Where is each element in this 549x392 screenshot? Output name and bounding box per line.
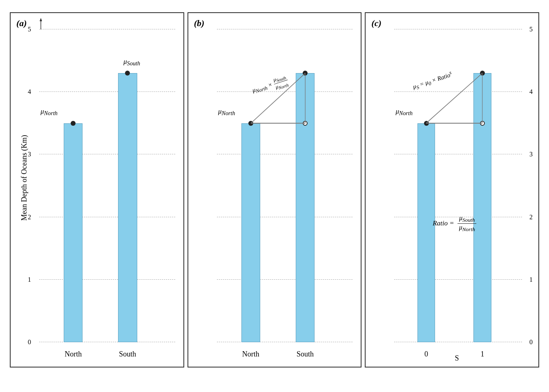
grid-c-0: 0 bbox=[394, 342, 522, 342]
panel-a: (a) Mean Depth of Oceans (Km) 0 1 2 3 4 … bbox=[10, 12, 184, 368]
grid-b-0 bbox=[217, 342, 353, 342]
xlabel-a-north: North bbox=[58, 350, 88, 359]
grid-5: 5 bbox=[39, 29, 175, 29]
grid-c-3: 3 bbox=[394, 154, 522, 154]
panel-b: (b) bbox=[187, 12, 362, 368]
dot-a-south bbox=[125, 71, 130, 76]
grid-3: 3 bbox=[39, 154, 175, 154]
bar-b-south bbox=[296, 73, 315, 342]
grid-c-1: 1 bbox=[394, 279, 522, 280]
y-axis-label: Mean Depth of Oceans (Km) bbox=[20, 135, 29, 220]
chart-area-c: 0 1 2 3 4 5 bbox=[394, 29, 522, 342]
bar-c-s1 bbox=[473, 73, 491, 342]
svg-marker-1 bbox=[40, 18, 42, 21]
chart-area-a: 0 1 2 3 4 5 μNorth μSouth North bbox=[39, 29, 175, 342]
dot-b-north bbox=[248, 121, 253, 126]
bar-b-north bbox=[241, 123, 261, 342]
grid-4: 4 bbox=[39, 91, 175, 92]
chart-area-b: μNorth μNorth × μSouthμNorth North South bbox=[217, 29, 353, 342]
annot-b-ratio: μNorth × μSouthμNorth bbox=[250, 73, 290, 98]
xlabel-b-south: South bbox=[290, 350, 320, 359]
grid-2: 2 bbox=[39, 217, 175, 217]
xlabel-a-south: South bbox=[113, 350, 143, 359]
grid-b-1 bbox=[217, 279, 353, 280]
xlabel-c-1: 1 bbox=[469, 350, 497, 359]
annot-c-formula-diag: μS = μ0 × Ratios bbox=[412, 69, 454, 92]
panel-c-label: (c) bbox=[371, 18, 381, 29]
dot-c-s1-filled bbox=[480, 71, 485, 76]
bar-a-south bbox=[118, 73, 137, 342]
dot-a-north bbox=[71, 121, 76, 126]
panel-c: (c) 0 1 2 3 4 5 bbox=[365, 12, 539, 368]
ratio-formula: Ratio = μSouth μNorth bbox=[433, 214, 477, 233]
annot-a-north: μNorth bbox=[40, 107, 58, 117]
grid-b-2 bbox=[217, 217, 353, 217]
grid-b-5 bbox=[217, 29, 353, 29]
y-axis-arrow bbox=[38, 18, 44, 30]
dot-b-south-open bbox=[303, 121, 308, 126]
dot-b-south-filled bbox=[303, 71, 308, 76]
xlabel-c-s: S bbox=[443, 354, 471, 363]
grid-c-4: 4 bbox=[394, 91, 522, 92]
svg-c bbox=[394, 29, 522, 342]
panel-b-label: (b) bbox=[194, 18, 205, 29]
grid-b-4 bbox=[217, 91, 353, 92]
bar-a-north bbox=[64, 123, 83, 342]
grid-c-5: 5 bbox=[394, 29, 522, 29]
xlabel-c-0: 0 bbox=[412, 350, 440, 359]
bar-c-s0 bbox=[417, 123, 435, 342]
annot-a-south: μSouth bbox=[123, 58, 140, 67]
dot-c-s0 bbox=[424, 121, 429, 126]
annot-b-north: μNorth bbox=[218, 107, 235, 117]
grid-0: 0 bbox=[39, 342, 175, 342]
dot-c-s1-open bbox=[480, 121, 485, 126]
main-container: (a) Mean Depth of Oceans (Km) 0 1 2 3 4 … bbox=[0, 0, 549, 392]
grid-b-3 bbox=[217, 154, 353, 154]
grid-1: 1 bbox=[39, 279, 175, 280]
annot-c-munorth: μNorth bbox=[395, 107, 413, 117]
xlabel-b-north: North bbox=[236, 350, 266, 359]
